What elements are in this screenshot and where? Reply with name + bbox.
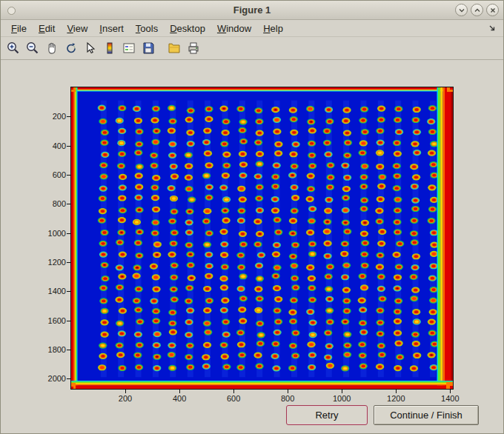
data-cursor-button[interactable] (81, 39, 99, 58)
shade-button[interactable] (455, 4, 468, 16)
zoom-out-icon (25, 41, 40, 56)
menu-view[interactable]: View (61, 21, 93, 36)
y-tick-mark (67, 350, 70, 350)
close-icon (489, 7, 497, 14)
y-tick-mark (67, 116, 70, 117)
rotate-3d-button[interactable] (62, 39, 80, 58)
unshade-button[interactable] (471, 4, 483, 16)
x-tick-mark (233, 390, 234, 393)
chevron-down-icon (458, 7, 465, 14)
chevron-up-icon (474, 7, 481, 14)
window-title: Figure 1 (1, 4, 503, 16)
menubar: File Edit View Insert Tools Desktop Wind… (1, 20, 503, 37)
zoom-in-icon (6, 41, 21, 56)
dock-figure-icon[interactable] (487, 23, 497, 36)
x-tick-mark (396, 390, 397, 393)
y-tick-mark (67, 291, 70, 292)
window-controls (455, 4, 499, 16)
legend-icon (122, 41, 136, 56)
data-cursor-icon (83, 41, 98, 56)
pan-button[interactable] (42, 39, 61, 58)
x-tick-label: 200 (110, 393, 140, 404)
figure-client-area: Retry Continue / Finish 2004006008001000… (1, 60, 503, 433)
x-tick-label: 1200 (381, 393, 411, 404)
menu-tools[interactable]: Tools (130, 21, 164, 36)
menu-file[interactable]: File (5, 21, 33, 36)
retry-button[interactable]: Retry (286, 405, 368, 425)
figure-window: { "window": { "title": "Figure 1" }, "me… (0, 0, 504, 434)
continue-finish-button[interactable]: Continue / Finish (374, 405, 479, 425)
figure-toolbar (1, 37, 503, 60)
insert-legend-button[interactable] (119, 39, 138, 58)
x-tick-mark (179, 390, 180, 393)
zoom-in-button[interactable] (4, 39, 22, 58)
y-tick-label: 1000 (30, 228, 66, 238)
y-tick-label: 1200 (30, 257, 66, 267)
x-tick-label: 1400 (435, 393, 465, 404)
save-figure-button[interactable] (139, 39, 157, 58)
y-tick-mark (67, 204, 70, 204)
menu-help[interactable]: Help (257, 21, 289, 36)
zoom-out-button[interactable] (23, 39, 42, 58)
titlebar: Figure 1 (1, 1, 503, 20)
y-tick-label: 2000 (30, 373, 66, 384)
y-tick-mark (67, 321, 70, 321)
print-figure-button[interactable] (184, 39, 202, 58)
menu-desktop[interactable]: Desktop (164, 21, 211, 36)
menu-window[interactable]: Window (211, 21, 257, 36)
y-tick-mark (67, 175, 70, 176)
close-button[interactable] (486, 4, 499, 16)
x-tick-mark (342, 390, 342, 393)
x-tick-mark (125, 390, 126, 393)
toolbar-separator (158, 40, 164, 56)
open-folder-icon (167, 41, 182, 56)
x-tick-label: 800 (273, 393, 302, 404)
colorbar-icon (102, 41, 117, 56)
y-tick-label: 800 (30, 198, 66, 209)
x-tick-label: 1000 (327, 393, 357, 404)
rotate-3d-icon (64, 41, 79, 56)
axes-frame (70, 87, 454, 390)
printer-icon (186, 41, 201, 56)
y-tick-label: 1400 (30, 286, 66, 296)
menu-edit[interactable]: Edit (33, 21, 61, 36)
x-tick-mark (450, 390, 451, 393)
insert-colorbar-button[interactable] (100, 39, 119, 58)
y-tick-label: 1800 (30, 344, 66, 355)
y-tick-label: 600 (30, 170, 66, 180)
y-tick-label: 400 (30, 141, 66, 151)
y-tick-mark (67, 233, 70, 234)
y-tick-label: 200 (30, 111, 66, 121)
menu-insert[interactable]: Insert (93, 21, 130, 36)
y-tick-mark (67, 262, 70, 263)
open-file-button[interactable] (165, 39, 183, 58)
y-tick-mark (67, 146, 70, 147)
figure-image (71, 87, 453, 389)
x-tick-label: 600 (219, 393, 248, 404)
pan-hand-icon (44, 41, 59, 56)
y-tick-mark (67, 378, 70, 379)
save-icon (141, 41, 156, 56)
x-tick-mark (288, 390, 288, 393)
y-tick-label: 1600 (30, 316, 66, 326)
x-tick-label: 400 (165, 393, 194, 404)
